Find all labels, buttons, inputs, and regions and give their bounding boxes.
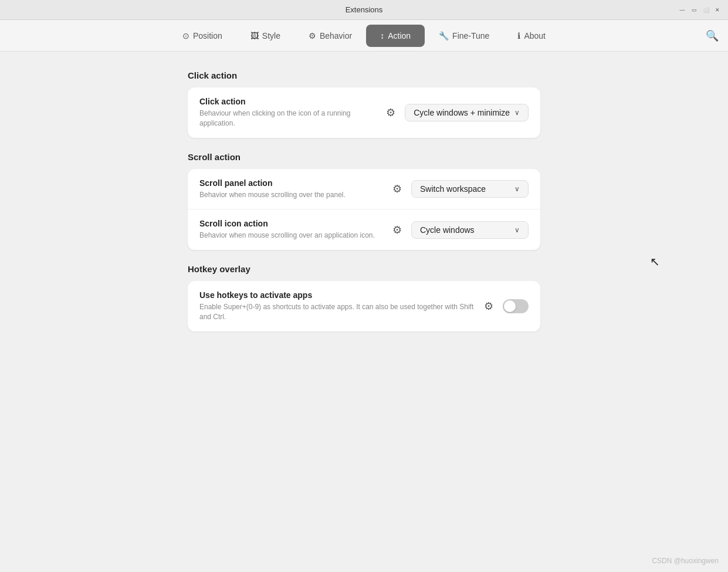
tab-fine-tune[interactable]: 🔧 Fine-Tune: [425, 25, 503, 47]
click-action-row: Click action Behaviour when clicking on …: [188, 87, 540, 138]
tab-fine-tune-label: Fine-Tune: [452, 31, 489, 40]
fine-tune-icon: 🔧: [439, 31, 449, 40]
scroll-panel-controls: ⚙ Switch workspace ∨: [389, 180, 529, 198]
window-controls: — ▭ ⬜ ✕: [679, 6, 721, 13]
hotkey-apps-controls: ⚙: [480, 298, 529, 314]
watermark: CSDN @huoxingwen: [652, 557, 719, 565]
tab-position-label: Position: [193, 31, 222, 40]
click-action-header: Click action: [188, 70, 540, 80]
scroll-action-header: Scroll action: [188, 152, 540, 162]
scroll-action-card: Scroll panel action Behavior when mouse …: [188, 169, 540, 251]
scroll-icon-dropdown[interactable]: Cycle windows ∨: [411, 221, 529, 239]
click-action-text: Click action Behaviour when clicking on …: [199, 97, 382, 128]
tab-action-label: Action: [388, 31, 411, 40]
click-action-title: Click action: [199, 97, 382, 106]
minimize-button[interactable]: —: [679, 6, 686, 13]
click-action-chevron-icon: ∨: [514, 109, 520, 117]
tab-behavior-label: Behavior: [320, 31, 352, 40]
scroll-action-section: Scroll action Scroll panel action Behavi…: [188, 152, 540, 251]
hotkey-apps-desc: Enable Super+(0-9) as shortcuts to activ…: [199, 302, 480, 322]
click-action-card: Click action Behaviour when clicking on …: [188, 87, 540, 138]
scroll-icon-action-row: Scroll icon action Behavior when mouse s…: [188, 209, 540, 250]
close-button[interactable]: ✕: [714, 6, 721, 13]
tab-style[interactable]: 🖼 Style: [236, 25, 294, 47]
scroll-icon-text: Scroll icon action Behavior when mouse s…: [199, 219, 389, 241]
maximize-button[interactable]: ⬜: [702, 6, 709, 13]
titlebar: Extensions — ▭ ⬜ ✕: [0, 0, 728, 20]
style-icon: 🖼: [250, 31, 259, 40]
scroll-icon-dropdown-value: Cycle windows: [420, 225, 475, 235]
hotkey-overlay-section: Hotkey overlay Use hotkeys to activate a…: [188, 264, 540, 331]
action-icon: ↕: [380, 31, 384, 40]
scroll-panel-title: Scroll panel action: [199, 178, 389, 188]
hotkey-apps-title: Use hotkeys to activate apps: [199, 290, 480, 300]
hotkey-apps-row: Use hotkeys to activate apps Enable Supe…: [188, 281, 540, 331]
main-content: Click action Click action Behaviour when…: [0, 52, 728, 572]
scroll-icon-gear-icon[interactable]: ⚙: [389, 222, 405, 238]
scroll-icon-desc: Behavior when mouse scrolling over an ap…: [199, 231, 389, 241]
click-action-dropdown-value: Cycle windows + minimize: [414, 108, 510, 117]
scroll-panel-text: Scroll panel action Behavior when mouse …: [199, 178, 389, 200]
click-action-section: Click action Click action Behaviour when…: [188, 70, 540, 138]
scroll-panel-chevron-icon: ∨: [514, 185, 520, 193]
tab-action[interactable]: ↕ Action: [366, 25, 425, 47]
scroll-panel-desc: Behavior when mouse scrolling over the p…: [199, 190, 389, 200]
tabbar: ⊙ Position 🖼 Style ⚙ Behavior ↕ Action 🔧…: [0, 20, 728, 52]
hotkey-apps-gear-icon[interactable]: ⚙: [480, 298, 497, 314]
hotkey-apps-text: Use hotkeys to activate apps Enable Supe…: [199, 290, 480, 322]
hotkey-overlay-card: Use hotkeys to activate apps Enable Supe…: [188, 281, 540, 331]
scroll-icon-title: Scroll icon action: [199, 219, 389, 228]
click-action-controls: ⚙ Cycle windows + minimize ∨: [382, 104, 529, 121]
scroll-panel-dropdown-value: Switch workspace: [420, 184, 486, 194]
window-title: Extensions: [346, 5, 383, 14]
click-action-gear-icon[interactable]: ⚙: [382, 104, 399, 121]
scroll-panel-dropdown[interactable]: Switch workspace ∨: [411, 180, 529, 198]
scroll-panel-action-row: Scroll panel action Behavior when mouse …: [188, 169, 540, 210]
tab-position[interactable]: ⊙ Position: [168, 25, 236, 47]
click-action-dropdown[interactable]: Cycle windows + minimize ∨: [405, 104, 529, 121]
search-button[interactable]: 🔍: [706, 29, 719, 42]
scroll-icon-chevron-icon: ∨: [514, 226, 520, 234]
tab-about[interactable]: ℹ About: [503, 25, 560, 47]
hotkey-overlay-header: Hotkey overlay: [188, 264, 540, 274]
behavior-icon: ⚙: [309, 31, 316, 40]
hotkey-apps-toggle[interactable]: [503, 299, 529, 313]
tab-behavior[interactable]: ⚙ Behavior: [294, 25, 366, 47]
click-action-desc: Behaviour when clicking on the icon of a…: [199, 109, 382, 128]
about-icon: ℹ: [517, 31, 520, 40]
position-icon: ⊙: [182, 31, 189, 40]
tab-about-label: About: [524, 31, 546, 40]
scroll-icon-controls: ⚙ Cycle windows ∨: [389, 221, 529, 239]
scroll-panel-gear-icon[interactable]: ⚙: [389, 181, 405, 197]
restore-button[interactable]: ▭: [690, 6, 697, 13]
tab-style-label: Style: [262, 31, 280, 40]
